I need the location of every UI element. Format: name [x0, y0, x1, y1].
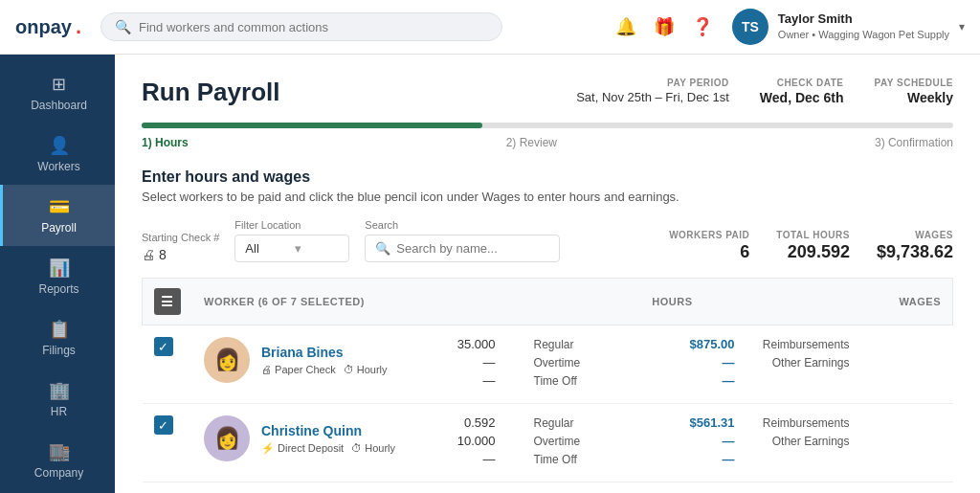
- search-bar[interactable]: 🔍: [100, 12, 502, 41]
- page-title: Run Payroll: [142, 78, 279, 107]
- sidebar-item-reports[interactable]: 📊 Reports: [0, 246, 115, 307]
- section-title: Enter hours and wages: [142, 168, 953, 186]
- select-all-header[interactable]: ☰: [143, 279, 193, 325]
- bell-icon[interactable]: 🔔: [615, 16, 636, 37]
- search-input-wrap[interactable]: 🔍: [365, 235, 560, 262]
- total-hours-value: 209.592: [776, 242, 850, 262]
- progress-section: 1) Hours 2) Review 3) Confirmation: [142, 123, 953, 149]
- page-header: Run Payroll PAY PERIOD Sat, Nov 25th – F…: [142, 78, 953, 107]
- sidebar-item-company[interactable]: 🏬 Company: [0, 430, 115, 491]
- worker-table: ☰ Worker (6 of 7 selected) Hours Wages ✓…: [142, 278, 953, 482]
- nav-icons: 🔔 🎁 ❓: [615, 16, 713, 37]
- gift-icon[interactable]: 🎁: [654, 16, 675, 37]
- worker-details: Briana Bines 🖨 Paper Check ⏱ Hourly: [261, 345, 388, 375]
- worker-cell: 👩 Christine Quinn ⚡ Direct Deposit ⏱ Hou…: [204, 415, 406, 461]
- wage-amount: —: [649, 373, 735, 388]
- hours-row: 10.000 Overtime — Other Earnings: [429, 434, 942, 448]
- table-header: ☰ Worker (6 of 7 selected) Hours Wages: [143, 279, 953, 325]
- sidebar-label-company: Company: [34, 466, 83, 480]
- sidebar-item-dashboard[interactable]: ⊞ Dashboard: [0, 62, 115, 123]
- total-hours-label: TOTAL HOURS: [776, 230, 850, 240]
- user-name: Taylor Smith: [778, 11, 949, 28]
- check-icon: 🖨: [142, 247, 155, 262]
- search-group: Search 🔍: [365, 219, 560, 262]
- wage-amount: $875.00: [649, 337, 735, 351]
- row-checkbox[interactable]: ✓: [154, 415, 173, 435]
- row-checkbox[interactable]: ✓: [154, 337, 173, 356]
- filings-icon: 📋: [49, 319, 70, 340]
- sidebar-label-hr: HR: [51, 405, 67, 418]
- workers-icon: 👤: [49, 135, 70, 156]
- hours-row: 35.000 Regular $875.00 Reimbursements: [429, 337, 942, 351]
- starting-check-group: Starting Check # 🖨 8: [142, 232, 219, 262]
- main-layout: ⊞ Dashboard 👤 Workers 💳 Payroll 📊 Report…: [0, 55, 980, 493]
- hours-type: Regular: [534, 338, 611, 351]
- chevron-down-icon: ▾: [295, 241, 339, 256]
- progress-steps: 1) Hours 2) Review 3) Confirmation: [142, 136, 953, 149]
- table-row: ✓ 👩 Briana Bines 🖨 Paper Check ⏱ Hourly …: [143, 325, 953, 404]
- pay-type-badge: ⏱ Hourly: [344, 364, 388, 375]
- total-hours-stat: TOTAL HOURS 209.592: [776, 230, 850, 262]
- step-review[interactable]: 2) Review: [506, 136, 557, 149]
- starting-check-label: Starting Check #: [142, 232, 219, 243]
- wage-category: Other Earnings: [735, 356, 850, 370]
- worker-search-input[interactable]: [396, 241, 549, 256]
- pay-type-badge: ⏱ Hourly: [351, 442, 395, 454]
- step-hours[interactable]: 1) Hours: [142, 136, 189, 149]
- hours-row: — Time Off —: [429, 452, 942, 466]
- top-navigation: onpay. 🔍 🔔 🎁 ❓ TS Taylor Smith Owner • W…: [0, 0, 980, 55]
- sidebar-item-workers[interactable]: 👤 Workers: [0, 123, 115, 185]
- hours-amount: 0.592: [429, 415, 496, 430]
- workers-paid-stat: WORKERS PAID 6: [669, 230, 749, 262]
- wage-category: Reimbursements: [735, 416, 850, 430]
- reports-icon: 📊: [49, 258, 70, 279]
- pay-schedule-block: PAY SCHEDULE Weekly: [874, 78, 953, 105]
- avatar: TS: [732, 9, 768, 45]
- filter-location-value: All: [245, 241, 289, 256]
- wages-value: $9,738.62: [877, 242, 953, 262]
- worker-info-cell: 👩 Briana Bines 🖨 Paper Check ⏱ Hourly: [192, 325, 417, 404]
- pay-period-block: PAY PERIOD Sat, Nov 25th – Fri, Dec 1st: [576, 78, 729, 104]
- section-subtitle: Select workers to be paid and click the …: [142, 190, 953, 204]
- sidebar-item-payroll[interactable]: 💳 Payroll: [0, 185, 115, 246]
- search-input[interactable]: [139, 20, 488, 34]
- check-date-label: CHECK DATE: [760, 78, 844, 88]
- sidebar-item-hr[interactable]: 🏢 HR: [0, 369, 115, 430]
- sidebar-label-filings: Filings: [42, 344, 76, 357]
- hours-wages-cell: 35.000 Regular $875.00 Reimbursements — …: [417, 325, 953, 404]
- worker-cell: 👩 Briana Bines 🖨 Paper Check ⏱ Hourly: [204, 337, 406, 383]
- row-checkbox-cell[interactable]: ✓: [143, 404, 193, 482]
- worker-name[interactable]: Christine Quinn: [261, 423, 395, 438]
- help-icon[interactable]: ❓: [692, 16, 713, 37]
- company-icon: 🏬: [49, 441, 70, 462]
- select-all-checkbox[interactable]: ☰: [154, 288, 181, 315]
- starting-check-value[interactable]: 8: [159, 247, 167, 262]
- hours-col-header: Hours: [417, 279, 704, 325]
- progress-bar-background: [142, 123, 953, 128]
- row-checkbox-cell[interactable]: ✓: [143, 325, 193, 404]
- chevron-down-icon[interactable]: ▾: [959, 20, 965, 34]
- hours-row: — Time Off —: [429, 373, 942, 388]
- wage-amount: —: [649, 434, 735, 448]
- table-row: ✓ 👩 Christine Quinn ⚡ Direct Deposit ⏱ H…: [143, 404, 953, 482]
- search-label: Search: [365, 219, 560, 231]
- wage-amount: —: [649, 452, 735, 466]
- worker-details: Christine Quinn ⚡ Direct Deposit ⏱ Hourl…: [261, 423, 395, 455]
- sidebar-item-filings[interactable]: 📋 Filings: [0, 307, 115, 369]
- hours-wages-cell: 0.592 Regular $561.31 Reimbursements 10.…: [417, 404, 953, 482]
- filter-location-select[interactable]: All ▾: [234, 235, 349, 262]
- workers-paid-label: WORKERS PAID: [669, 230, 749, 240]
- hr-icon: 🏢: [49, 380, 70, 401]
- hours-type: Overtime: [534, 435, 611, 448]
- wage-category: Reimbursements: [735, 338, 850, 351]
- starting-check-wrap: 🖨 8: [142, 247, 219, 262]
- payroll-icon: 💳: [49, 196, 70, 217]
- user-info: Taylor Smith Owner • Wagging Wagon Pet S…: [778, 11, 949, 41]
- hours-amount: 35.000: [429, 337, 496, 351]
- step-confirmation[interactable]: 3) Confirmation: [875, 136, 953, 149]
- worker-badges: 🖨 Paper Check ⏱ Hourly: [261, 364, 388, 375]
- pay-period-value: Sat, Nov 25th – Fri, Dec 1st: [576, 90, 729, 104]
- pay-meta: PAY PERIOD Sat, Nov 25th – Fri, Dec 1st …: [576, 78, 953, 105]
- worker-name[interactable]: Briana Bines: [261, 345, 388, 360]
- payment-badge: 🖨 Paper Check: [261, 364, 336, 375]
